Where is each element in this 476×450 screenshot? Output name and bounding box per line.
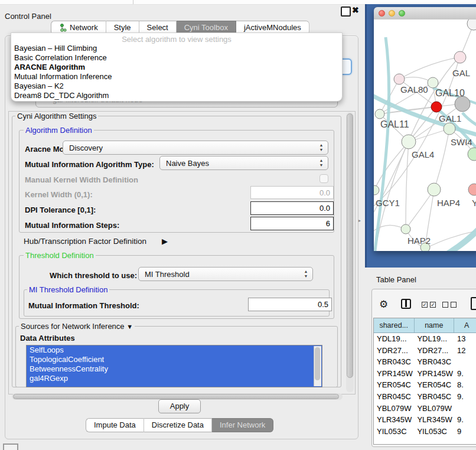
close-panel-icon[interactable]: ✖: [352, 5, 359, 15]
collapsed-panel-icon[interactable]: [3, 444, 18, 450]
network-canvas[interactable]: GALGAL80GAL10GAL11GAL1SWI4GAL4GCY1HAP4YH…: [374, 19, 476, 251]
table-cell: YER054C: [374, 379, 414, 391]
column-header[interactable]: name: [415, 318, 455, 332]
node-label: GAL1: [439, 113, 461, 123]
mi-threshold-field[interactable]: 0.5: [248, 298, 332, 311]
settings-horizontal-scrollbar-thumb[interactable]: [13, 394, 339, 399]
table-row[interactable]: YBR043CYBR043C: [374, 356, 476, 368]
deselect-all-checkboxes-icon[interactable]: [442, 302, 457, 308]
algorithm-option[interactable]: Dream8 DC_TDC Algorithm: [11, 91, 342, 100]
column-header[interactable]: A: [454, 318, 476, 332]
node-label: GAL: [452, 68, 470, 78]
table-row[interactable]: YDL19...YDL19...13: [374, 333, 476, 345]
network-node[interactable]: [455, 96, 470, 112]
mac-close-icon[interactable]: [379, 10, 385, 17]
data-attribute-item[interactable]: BetweennessCentrality: [27, 364, 322, 374]
column-header[interactable]: shared...: [374, 318, 415, 332]
network-node[interactable]: [402, 135, 416, 149]
table-row[interactable]: YBL079WYBL079W: [374, 403, 476, 415]
select-all-checkboxes-icon[interactable]: ✓✓: [422, 302, 436, 308]
attributes-scrollbar[interactable]: [314, 346, 321, 386]
table-row[interactable]: YLR345WYLR345W9.: [374, 414, 476, 426]
network-node[interactable]: [467, 19, 476, 30]
bottom-tabbar: Impute DataDiscretize DataInfer Network: [86, 418, 273, 432]
sources-group-title: Sources for Network Inference ▼: [19, 322, 135, 331]
algorithm-option[interactable]: Basic Correlation Inference: [11, 53, 342, 63]
table-cell: 12: [454, 345, 476, 357]
dpi-tolerance-field[interactable]: 0.0: [250, 201, 334, 215]
algorithm-option[interactable]: Bayesian – Hill Climbing: [11, 44, 342, 53]
node-label: HAP2: [407, 236, 431, 246]
table-cell: YDL19...: [374, 333, 414, 345]
split-divider-grip-icon[interactable]: ▸: [358, 218, 361, 223]
mac-minimize-icon[interactable]: [389, 10, 395, 17]
algorithm-option[interactable]: Mutual Information Inference: [11, 72, 342, 81]
data-attribute-item[interactable]: gal4RGexp: [27, 374, 322, 383]
aracne-mode-value: Discovery: [69, 144, 103, 152]
bottom-tab-discretize-data[interactable]: Discretize Data: [144, 418, 212, 432]
apply-button[interactable]: Apply: [158, 399, 201, 413]
network-node[interactable]: [428, 77, 438, 88]
bottom-tab-infer-network[interactable]: Infer Network: [212, 418, 273, 432]
table-cell: YER054C: [414, 379, 454, 391]
network-node[interactable]: [375, 109, 384, 119]
which-threshold-label: Which threshold to use:: [50, 271, 137, 280]
dpi-tolerance-label: DPI Tolerance [0,1]:: [25, 206, 96, 214]
data-attribute-item[interactable]: SelfLoops: [27, 345, 322, 355]
network-node[interactable]: [468, 148, 476, 161]
table-cell: [454, 356, 476, 368]
settings-vertical-scrollbar-thumb[interactable]: [347, 113, 353, 378]
network-window-titlebar[interactable]: [374, 7, 476, 20]
network-node[interactable]: [374, 185, 379, 195]
network-node[interactable]: [401, 224, 410, 234]
bottom-tab-impute-data[interactable]: Impute Data: [86, 418, 144, 432]
cyni-algorithm-settings-title: Cyni Algorithm Settings: [15, 112, 98, 120]
threshold-definition-title: Threshold Definition: [24, 251, 96, 260]
table-cell: YBR043C: [374, 356, 414, 368]
mi-threshold-group-title: MI Threshold Definition: [27, 285, 109, 294]
network-node[interactable]: [444, 123, 455, 135]
node-label: GAL4: [412, 149, 434, 159]
export-table-icon[interactable]: [471, 297, 476, 310]
table-row[interactable]: YER054CYER054C8.: [374, 379, 476, 391]
network-view-window[interactable]: GALGAL80GAL10GAL11GAL1SWI4GAL4GCY1HAP4YH…: [374, 7, 476, 251]
mi-type-combo[interactable]: Naive Bayes ▲▼: [159, 156, 328, 170]
mac-zoom-icon[interactable]: [399, 10, 405, 17]
network-node[interactable]: [454, 51, 466, 63]
table-row[interactable]: YBR045CYBR045C9.: [374, 391, 476, 403]
algorithm-option[interactable]: Bayesian – K2: [11, 81, 342, 91]
mi-threshold-label: Mutual Information Threshold:: [28, 301, 139, 310]
manual-kernel-label: Manual Kernel Width Definition: [25, 175, 138, 184]
data-attributes-list[interactable]: SelfLoopsTopologicalCoefficientBetweenne…: [26, 345, 322, 387]
table-cell: YDR27...: [414, 345, 454, 357]
table-row[interactable]: YPR145WYPR145W9.: [374, 368, 476, 380]
manual-kernel-checkbox[interactable]: [319, 174, 328, 183]
algorithm-option[interactable]: ARACNE Algorithm: [11, 63, 342, 72]
node-label: GAL80: [400, 84, 428, 94]
network-node[interactable]: [468, 184, 476, 195]
sources-collapse-arrow-icon[interactable]: ▼: [126, 323, 133, 330]
table-row[interactable]: YIL053CYIL053C9: [374, 426, 476, 438]
which-threshold-combo[interactable]: MI Threshold ▲▼: [138, 267, 313, 281]
hub-expand-arrow-icon[interactable]: ▶: [162, 237, 168, 246]
network-node[interactable]: [394, 74, 405, 84]
kernel-width-field[interactable]: 0.0: [250, 186, 334, 199]
gear-icon[interactable]: ⚙: [379, 298, 388, 311]
columns-icon[interactable]: [401, 299, 411, 309]
node-table: shared...nameA YDL19...YDL19...13YDR27..…: [373, 318, 476, 445]
aracne-mode-combo[interactable]: Discovery ▲▼: [63, 141, 328, 155]
float-panel-icon[interactable]: [341, 6, 351, 17]
node-label: HAP4: [437, 198, 460, 208]
stepper-icon: ▲▼: [318, 143, 324, 152]
node-label: SWI4: [451, 137, 472, 147]
data-attribute-item[interactable]: TopologicalCoefficient: [27, 355, 322, 364]
table-cell: YLR345W: [414, 414, 454, 426]
attributes-scrollbar-thumb[interactable]: [315, 347, 320, 380]
network-node[interactable]: [431, 102, 442, 112]
table-row[interactable]: YDR27...YDR27...12: [374, 345, 476, 357]
table-panel-title: Table Panel: [376, 275, 416, 284]
mi-steps-field[interactable]: 6: [250, 217, 334, 230]
network-node[interactable]: [428, 183, 441, 196]
table-cell: YPR145W: [374, 368, 414, 380]
table-cell: YIL053C: [414, 426, 454, 438]
